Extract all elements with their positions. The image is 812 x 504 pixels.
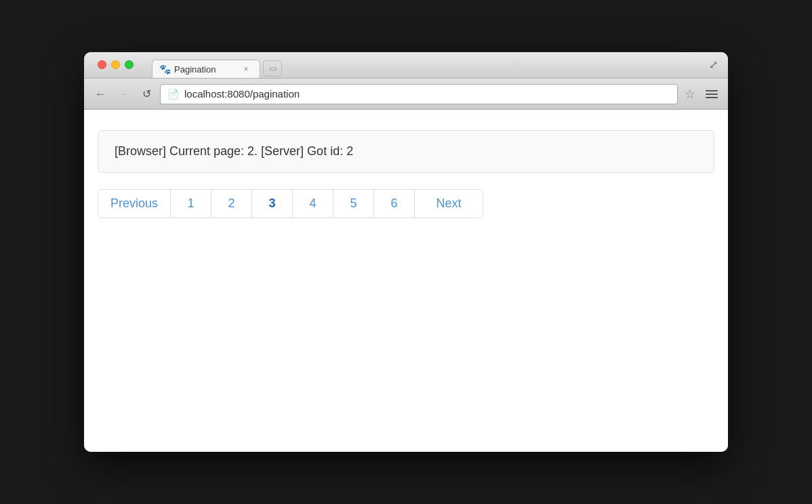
browser-tab[interactable]: 🐾 Pagination × [152, 60, 260, 78]
tab-row: 🐾 Pagination × ▭ ⤢ [84, 52, 728, 78]
menu-icon-line1 [706, 90, 718, 91]
reload-icon: ↺ [142, 87, 151, 100]
page-5-button[interactable]: 5 [333, 190, 374, 217]
tab-favicon-icon: 🐾 [159, 64, 170, 75]
forward-icon: → [118, 88, 129, 100]
back-button[interactable]: ← [91, 85, 110, 104]
menu-button[interactable] [702, 85, 721, 104]
title-bar: 🐾 Pagination × ▭ ⤢ [84, 52, 728, 79]
page-1-button[interactable]: 1 [171, 190, 211, 217]
minimize-button[interactable] [111, 60, 120, 69]
address-text: localhost:8080/pagination [184, 88, 670, 100]
window-controls [91, 58, 140, 69]
tab-close-button[interactable]: × [241, 64, 251, 75]
new-tab-icon: ▭ [269, 64, 277, 73]
page-content: [Browser] Current page: 2. [Server] Got … [84, 110, 728, 452]
bookmark-button[interactable]: ☆ [682, 87, 698, 102]
browser-window: 🐾 Pagination × ▭ ⤢ ← → ↺ 📄 localhost:808… [84, 52, 728, 452]
page-2-button[interactable]: 2 [211, 190, 252, 217]
status-text: [Browser] Current page: 2. [Server] Got … [115, 144, 353, 158]
forward-button[interactable]: → [114, 85, 133, 104]
nav-bar: ← → ↺ 📄 localhost:8080/pagination ☆ [84, 79, 728, 110]
pagination: Previous 1 2 3 4 5 6 Next [98, 189, 483, 218]
fullscreen-icon: ⤢ [709, 59, 718, 70]
next-button[interactable]: Next [415, 190, 483, 217]
reload-button[interactable]: ↺ [137, 85, 156, 104]
status-card: [Browser] Current page: 2. [Server] Got … [98, 130, 714, 173]
menu-icon-line2 [706, 93, 718, 95]
address-bar[interactable]: 📄 localhost:8080/pagination [160, 84, 678, 104]
tab-title-label: Pagination [174, 64, 216, 75]
new-tab-button[interactable]: ▭ [263, 60, 282, 77]
back-icon: ← [95, 88, 106, 100]
maximize-button[interactable] [125, 60, 134, 69]
fullscreen-button[interactable]: ⤢ [706, 58, 720, 71]
page-4-button[interactable]: 4 [293, 190, 333, 217]
page-6-button[interactable]: 6 [374, 190, 415, 217]
bookmark-icon: ☆ [685, 87, 695, 101]
address-doc-icon: 📄 [167, 89, 179, 100]
page-3-button[interactable]: 3 [252, 190, 293, 217]
menu-icon-line3 [706, 97, 718, 98]
close-button[interactable] [98, 60, 106, 69]
previous-button[interactable]: Previous [98, 190, 171, 217]
